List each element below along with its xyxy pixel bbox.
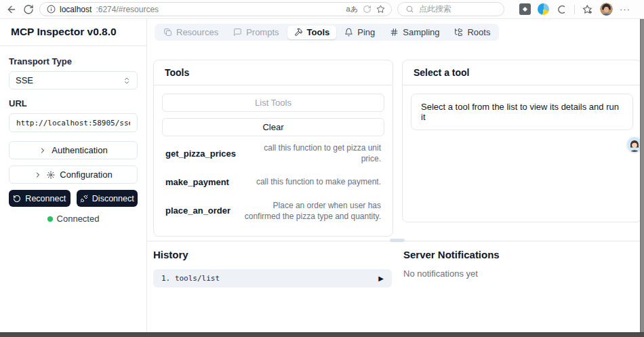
diamond-icon: ◆ bbox=[523, 6, 527, 12]
tool-list-item[interactable]: get_pizza_prices call this function to g… bbox=[162, 136, 384, 170]
files-icon bbox=[163, 28, 172, 37]
more-menu-icon[interactable]: ··· bbox=[620, 4, 630, 14]
quick-search-box[interactable]: 点此搜索 bbox=[397, 2, 504, 16]
back-icon[interactable] bbox=[5, 3, 17, 15]
tool-list-item[interactable]: place_an_order Place an order when user … bbox=[162, 194, 384, 228]
connection-buttons: Reconnect Disconnect bbox=[9, 190, 138, 207]
transport-type-label: Transport Type bbox=[9, 56, 138, 66]
authentication-label: Authentication bbox=[52, 145, 107, 155]
sidebar-body: Transport Type SSE URL Authentication Co… bbox=[0, 46, 146, 234]
main-content: Resources Prompts Tools Ping Sampling bbox=[147, 19, 644, 332]
tool-description: call this function to get pizza unit pri… bbox=[245, 142, 381, 164]
app-title: MCP Inspector v0.8.0 bbox=[11, 26, 136, 38]
reconnect-label: Reconnect bbox=[25, 194, 66, 203]
c-shape-icon[interactable] bbox=[556, 3, 567, 15]
reconnect-button[interactable]: Reconnect bbox=[9, 190, 71, 207]
tab-bar: Resources Prompts Tools Ping Sampling bbox=[155, 24, 499, 41]
chevron-right-icon bbox=[34, 171, 42, 179]
message-square-icon bbox=[233, 28, 242, 37]
resize-handle[interactable] bbox=[390, 239, 405, 242]
extension-area: ◆ ··· bbox=[519, 3, 630, 16]
status-dot-icon bbox=[47, 216, 53, 222]
tab-tools[interactable]: Tools bbox=[287, 26, 337, 39]
history-panel: History 1. tools/list ▶ bbox=[153, 249, 392, 288]
server-notifications-panel: Server Notifications No notifications ye… bbox=[403, 249, 627, 279]
sidebar: MCP Inspector v0.8.0 Transport Type SSE … bbox=[0, 19, 147, 332]
tab-sampling[interactable]: Sampling bbox=[383, 26, 446, 39]
select-tool-panel: Select a tool Select a tool from the lis… bbox=[402, 60, 642, 222]
mcp-inspector-page: MCP Inspector v0.8.0 Transport Type SSE … bbox=[0, 19, 644, 332]
unplug-icon bbox=[80, 195, 88, 203]
panel-divider bbox=[147, 241, 644, 241]
page-scrollbar[interactable] bbox=[640, 19, 644, 332]
browser-logo-icon[interactable] bbox=[538, 3, 549, 15]
configuration-expander[interactable]: Configuration bbox=[9, 165, 138, 184]
select-tool-empty-message: Select a tool from the list to view its … bbox=[411, 94, 633, 130]
address-bar[interactable]: localhost:6274/#resources aあ bbox=[39, 2, 392, 16]
list-tools-button[interactable]: List Tools bbox=[162, 94, 384, 112]
tools-panel-title: Tools bbox=[154, 60, 393, 85]
history-title: History bbox=[153, 249, 392, 260]
clear-button[interactable]: Clear bbox=[162, 118, 384, 136]
folder-tree-icon bbox=[454, 28, 463, 37]
tab-label: Tools bbox=[307, 27, 330, 37]
tab-resources[interactable]: Resources bbox=[157, 26, 225, 39]
history-item-text: 1. tools/list bbox=[161, 274, 220, 283]
tool-description: Place an order when user has confirmed t… bbox=[240, 200, 381, 222]
profile-avatar[interactable] bbox=[600, 3, 613, 16]
tool-name: get_pizza_prices bbox=[165, 148, 236, 159]
tool-name: make_payment bbox=[165, 177, 229, 187]
chevron-right-icon bbox=[39, 146, 47, 155]
toolbar-divider bbox=[574, 5, 575, 14]
bookmark-star-icon[interactable] bbox=[376, 5, 385, 14]
gear-icon bbox=[47, 171, 55, 179]
transport-type-value: SSE bbox=[16, 75, 33, 85]
configuration-label: Configuration bbox=[60, 170, 112, 180]
transport-type-select[interactable]: SSE bbox=[9, 71, 138, 90]
tab-label: Ping bbox=[357, 27, 375, 37]
tool-name: place_an_order bbox=[165, 205, 230, 216]
site-info-icon[interactable] bbox=[46, 5, 56, 14]
window-bottom-edge bbox=[0, 332, 644, 337]
select-tool-panel-title: Select a tool bbox=[403, 60, 641, 85]
translate-icon[interactable]: aあ bbox=[346, 4, 358, 14]
url-label: URL bbox=[9, 98, 138, 108]
sidebar-header: MCP Inspector v0.8.0 bbox=[0, 19, 146, 46]
hash-icon bbox=[390, 28, 399, 37]
expand-icon[interactable]: ▶ bbox=[378, 275, 384, 282]
disconnect-button[interactable]: Disconnect bbox=[77, 190, 138, 207]
bell-icon bbox=[344, 28, 353, 37]
screen: localhost:6274/#resources aあ 点此搜索 ◆ bbox=[0, 0, 644, 337]
tools-panel-body: List Tools Clear get_pizza_prices call t… bbox=[154, 85, 393, 236]
refresh-icon[interactable] bbox=[22, 3, 34, 15]
notifications-empty-message: No notifications yet bbox=[403, 269, 627, 279]
tools-panel: Tools List Tools Clear get_pizza_prices … bbox=[153, 60, 393, 237]
tab-prompts[interactable]: Prompts bbox=[226, 26, 285, 39]
tool-description: call this function to make payment. bbox=[256, 176, 381, 187]
server-notifications-title: Server Notifications bbox=[403, 249, 627, 260]
search-placeholder: 点此搜索 bbox=[419, 3, 451, 15]
chevrons-up-down-icon bbox=[123, 77, 131, 85]
disconnect-label: Disconnect bbox=[92, 194, 134, 203]
history-item[interactable]: 1. tools/list ▶ bbox=[153, 269, 392, 288]
authentication-expander[interactable]: Authentication bbox=[9, 141, 138, 159]
extension-icon[interactable]: ◆ bbox=[519, 3, 531, 15]
tab-label: Roots bbox=[467, 27, 490, 37]
tool-list-item[interactable]: make_payment call this function to make … bbox=[162, 170, 384, 193]
tab-roots[interactable]: Roots bbox=[447, 26, 497, 39]
connection-status: Connected bbox=[9, 214, 138, 224]
rotate-ccw-icon bbox=[13, 195, 21, 203]
page-sync-icon[interactable] bbox=[362, 5, 371, 14]
tab-label: Prompts bbox=[246, 27, 279, 37]
url-host: localhost bbox=[60, 5, 92, 14]
browser-toolbar: localhost:6274/#resources aあ 点此搜索 ◆ bbox=[0, 0, 644, 19]
tab-ping[interactable]: Ping bbox=[338, 26, 382, 39]
url-input[interactable] bbox=[9, 113, 138, 132]
url-path: :6274/#resources bbox=[96, 5, 159, 14]
select-tool-panel-body: Select a tool from the list to view its … bbox=[403, 85, 641, 138]
tab-label: Sampling bbox=[403, 27, 439, 37]
status-text: Connected bbox=[57, 214, 100, 224]
search-icon bbox=[405, 5, 414, 14]
hammer-icon bbox=[294, 28, 303, 37]
favorites-add-icon[interactable] bbox=[582, 3, 593, 15]
